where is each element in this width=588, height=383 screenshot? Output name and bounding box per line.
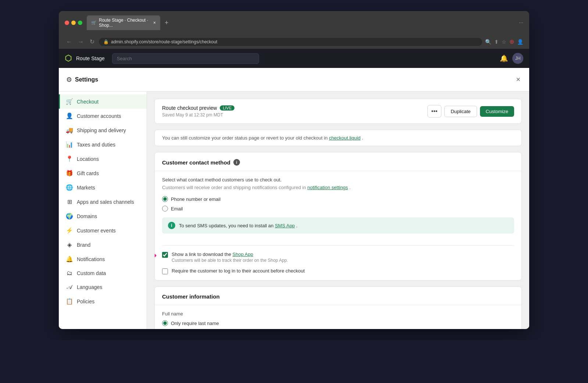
minimize-dot[interactable]: [71, 21, 76, 25]
sidebar-label-taxes-duties: Taxes and duties: [77, 142, 115, 148]
sidebar-item-taxes-duties[interactable]: 📊 Taxes and duties: [59, 137, 147, 152]
customer-contact-subdesc: Customers will receive order and shippin…: [162, 185, 514, 190]
show-shop-app-row: ➜ Show a link to download the Shop App C…: [162, 252, 514, 263]
sidebar-item-markets[interactable]: 🌐 Markets: [59, 180, 147, 195]
sidebar-label-policies: Policies: [77, 299, 94, 304]
tab-title: Route Stage · Checkout · Shop...: [99, 18, 151, 28]
bookmark-icon[interactable]: ☆: [502, 39, 506, 45]
radio-option-last-name-only[interactable]: Only require last name: [162, 320, 514, 326]
tab-close-icon[interactable]: ×: [153, 20, 156, 25]
sidebar-item-shipping-delivery[interactable]: 🚚 Shipping and delivery: [59, 123, 147, 137]
new-tab-button[interactable]: +: [162, 19, 172, 27]
settings-close-button[interactable]: ×: [514, 74, 522, 85]
profile-icon[interactable]: 👤: [517, 39, 523, 45]
sidebar-item-checkout[interactable]: 🛒 Checkout: [59, 94, 147, 109]
notification-settings-link[interactable]: notification settings: [307, 185, 348, 190]
radio-phone-email-input[interactable]: [162, 196, 168, 202]
sidebar-item-domains[interactable]: 🌍 Domains: [59, 209, 147, 223]
sidebar-label-custom-data: Custom data: [77, 270, 106, 276]
address-bar[interactable]: 🔒 admin.shopify.com/store/route-stage/se…: [99, 38, 482, 46]
sidebar-label-customer-accounts: Customer accounts: [77, 113, 121, 119]
reload-button[interactable]: ↻: [88, 37, 96, 46]
settings-body: 🛒 Checkout 👤 Customer accounts 🚚 Shippin…: [59, 91, 529, 329]
sidebar-item-notifications[interactable]: 🔔 Notifications: [59, 252, 147, 266]
sidebar-label-languages: Languages: [77, 284, 102, 290]
shopify-logo: ⬡: [65, 54, 72, 63]
show-shop-app-checkbox[interactable]: [162, 252, 168, 258]
require-login-checkbox[interactable]: [162, 268, 168, 274]
close-dot[interactable]: [65, 21, 69, 25]
settings-gear-icon: ⚙: [66, 76, 72, 84]
sidebar-label-notifications: Notifications: [77, 256, 105, 262]
browser-tab-bar: 🛒 Route Stage · Checkout · Shop... × +: [87, 15, 514, 30]
sidebar-item-customer-events[interactable]: ⚡ Customer events: [59, 223, 147, 238]
settings-title: Settings: [75, 76, 98, 83]
sidebar-item-gift-cards[interactable]: 🎁 Gift cards: [59, 166, 147, 180]
share-icon[interactable]: ⬆: [494, 39, 499, 45]
sms-text-after: .: [296, 223, 298, 228]
radio-email-label: Email: [171, 206, 183, 212]
customer-information-section: Customer information Full name Only requ…: [154, 286, 522, 329]
pink-arrow-indicator: ➜: [154, 252, 157, 260]
sidebar-item-locations[interactable]: 📍 Locations: [59, 152, 147, 166]
sidebar-item-apps-sales-channels[interactable]: ⊞ Apps and sales channels: [59, 195, 147, 209]
duplicate-button[interactable]: Duplicate: [444, 106, 477, 117]
browser-titlebar: 🛒 Route Stage · Checkout · Shop... × + ⋯: [59, 11, 529, 35]
address-text: admin.shopify.com/store/route-stage/sett…: [111, 39, 217, 44]
sidebar-item-customer-accounts[interactable]: 👤 Customer accounts: [59, 109, 147, 123]
active-tab[interactable]: 🛒 Route Stage · Checkout · Shop... ×: [87, 15, 160, 30]
truck-icon: 🚚: [66, 127, 73, 134]
sms-info-box: i To send SMS updates, you need to insta…: [162, 217, 514, 234]
notification-bell-icon[interactable]: 🔔: [500, 54, 508, 62]
back-button[interactable]: ←: [65, 38, 74, 46]
live-badge: LIVE: [220, 105, 234, 111]
customer-contact-section-header: Customer contact method i: [155, 152, 521, 171]
checkout-preview-saved: Saved May 9 at 12:32 pm MDT: [162, 112, 234, 118]
settings-sidebar: 🛒 Checkout 👤 Customer accounts 🚚 Shippin…: [59, 91, 147, 329]
apps-icon: ⊞: [66, 198, 73, 205]
header-right: 🔔 JH: [500, 53, 523, 64]
sidebar-item-custom-data[interactable]: 🗂 Custom data: [59, 266, 147, 280]
shopify-topbar: ⬡ Route Stage 🔔 JH: [59, 49, 529, 68]
sms-info-icon: i: [168, 222, 175, 229]
show-shop-app-content: Show a link to download the Shop App Cus…: [172, 252, 288, 263]
customer-contact-section: Customer contact method i Select what co…: [154, 152, 522, 281]
settings-main-content: Route checkout preview LIVE Saved May 9 …: [147, 91, 529, 329]
search-icon[interactable]: 🔍: [485, 39, 491, 45]
policies-icon: 📋: [66, 298, 73, 305]
sidebar-item-brand[interactable]: ◈ Brand: [59, 238, 147, 252]
cart-icon: 🛒: [66, 98, 73, 105]
checkout-liquid-link[interactable]: checkout.liquid: [329, 135, 361, 141]
window-controls: ⋯: [519, 20, 523, 25]
customer-contact-title: Customer contact method: [162, 159, 230, 166]
require-login-row: Require the customer to log in to their …: [162, 268, 514, 274]
full-name-radio-group: Only require last name Require first and…: [162, 320, 514, 329]
extensions-icon[interactable]: ⊕: [509, 38, 514, 45]
browser-window: 🛒 Route Stage · Checkout · Shop... × + ⋯…: [59, 11, 529, 329]
radio-email-input[interactable]: [162, 206, 168, 212]
sidebar-item-policies[interactable]: 📋 Policies: [59, 294, 147, 308]
info-banner-text-before: You can still customize your order statu…: [162, 135, 327, 141]
checkout-preview-info: Route checkout preview LIVE Saved May 9 …: [162, 105, 234, 118]
more-options-button[interactable]: •••: [427, 105, 442, 118]
browser-toolbar-icons: 🔍 ⬆ ☆ ⊕ 👤: [485, 38, 523, 45]
customer-info-header: Customer information: [155, 287, 521, 305]
radio-option-phone-email[interactable]: Phone number or email: [162, 196, 514, 202]
maximize-dot[interactable]: [78, 21, 82, 25]
user-avatar[interactable]: JH: [512, 53, 523, 64]
shop-app-link[interactable]: Shop App: [233, 252, 253, 257]
customize-button[interactable]: Customize: [480, 106, 514, 117]
radio-option-email[interactable]: Email: [162, 206, 514, 212]
tab-favicon: 🛒: [91, 20, 97, 25]
search-input[interactable]: [112, 53, 259, 64]
sidebar-item-languages[interactable]: 𝒜 Languages: [59, 280, 147, 294]
subdesc-text-after: .: [349, 185, 351, 190]
header-search-area[interactable]: [112, 53, 492, 64]
checkout-preview-title: Route checkout preview: [162, 105, 217, 111]
tax-icon: 📊: [66, 141, 73, 148]
forward-button[interactable]: →: [76, 38, 85, 46]
location-icon: 📍: [66, 155, 73, 162]
sms-app-link[interactable]: SMS App: [275, 223, 295, 228]
radio-last-name-only-input[interactable]: [162, 320, 168, 326]
settings-header: ⚙ Settings ×: [59, 68, 529, 91]
